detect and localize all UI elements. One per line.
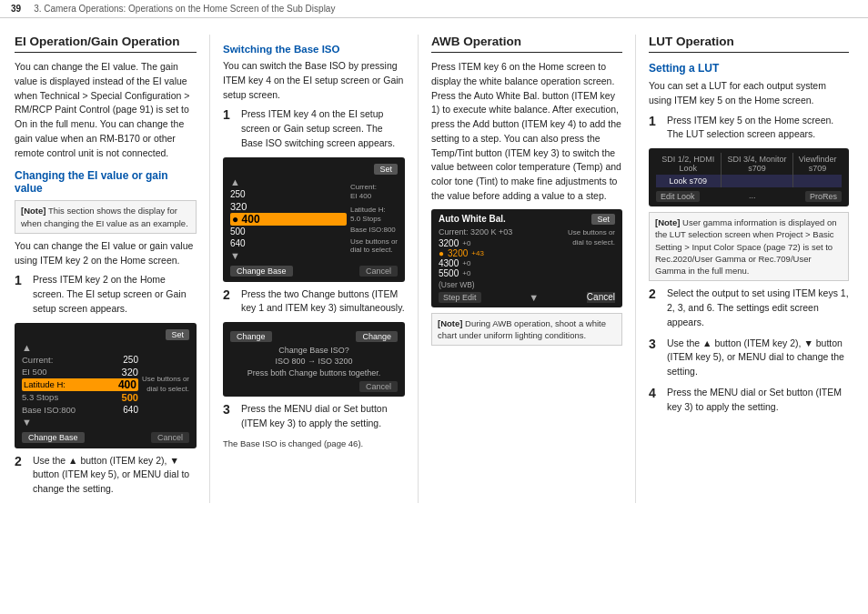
awb-v1: 3200 — [439, 238, 459, 248]
lut-step-3: 3 Use the ▲ button (ITEM key 2), ▼ butto… — [649, 337, 849, 379]
lut-note-text: User gamma information is displayed on t… — [655, 217, 837, 276]
switch-lat-label: Latitude H: — [350, 206, 386, 214]
awb-v4-sup: +0 — [462, 269, 470, 277]
col-awb: AWB Operation Press ITEM key 6 on the Ho… — [419, 35, 636, 503]
lut-step1-num: 1 — [649, 114, 661, 143]
ei-use-buttons: Use buttons ordial to select. — [142, 375, 189, 394]
ei-step2-num: 2 — [15, 454, 27, 497]
ei-note2: You can change the EI value or gain valu… — [15, 239, 197, 268]
switch-cancel-btn[interactable]: Cancel — [359, 266, 398, 277]
ei-cancel-btn[interactable]: Cancel — [151, 432, 189, 443]
awb-note-box: [Note] During AWB operation, shoot a whi… — [431, 313, 622, 347]
ei-base-label: Base ISO:800 — [22, 405, 76, 415]
awb-note-text: During AWB operation, shoot a white char… — [438, 318, 606, 340]
switch-iso-steps-2: 2 Press the two Change buttons (ITEM key… — [223, 287, 405, 317]
ei-note-box: [Note] This section shows the display fo… — [15, 200, 197, 234]
switch-step-3: 3 Press the MENU dial or Set button (ITE… — [223, 402, 405, 431]
switch-step1-num: 1 — [223, 107, 236, 150]
awb-user-wb: (User WB) — [439, 280, 475, 289]
ei-step2-text: Use the ▲ button (ITEM key 2), ▼ button … — [33, 454, 197, 497]
iso-arrow: ISO 800 → ISO 3200 — [275, 357, 352, 366]
switch-caption: The Base ISO is changed (page 46). — [223, 438, 405, 450]
change-base-iso-text: Change Base ISO? — [230, 346, 398, 355]
lut-intro: You can set a LUT for each output system… — [649, 79, 849, 108]
awb-v2-sup: +43 — [471, 249, 484, 257]
switch-step-1: 1 Press ITEM key 4 on the EI setup scree… — [223, 107, 405, 150]
ei-400: 400 — [118, 378, 136, 391]
ei-500-selected: 500 — [122, 392, 138, 403]
switch-screen-set: Set — [374, 164, 398, 175]
s-400-selected: ● 400 — [232, 213, 260, 226]
switch-change-btn2[interactable]: Change — [356, 331, 398, 342]
ei-down-arrow: ▼ — [22, 417, 32, 428]
switch-step1-text: Press ITEM key 4 on the EI setup screen … — [241, 107, 405, 150]
col-lut: LUT Operation Setting a LUT You can set … — [636, 35, 862, 503]
switch-up-arrow: ▲ — [230, 176, 240, 187]
ei-320: 320 — [122, 367, 138, 377]
col-ei-operation: EI Operation/Gain Operation You can chan… — [15, 35, 210, 503]
ei-current-label: Current: — [22, 355, 53, 365]
switch-cancel-btn2[interactable]: Cancel — [359, 381, 398, 392]
lut-step-2: 2 Select the output to set using ITEM ke… — [649, 287, 849, 329]
ei-steps: 1 Press ITEM key 2 on the Home screen. T… — [15, 273, 197, 316]
switch-change-base-btn[interactable]: Change Base — [230, 266, 293, 277]
lut-step2-text: Select the output to set using ITEM keys… — [667, 287, 849, 329]
lut-step4-text: Press the MENU dial or Set button (ITEM … — [667, 386, 849, 415]
switch-iso-steps: 1 Press ITEM key 4 on the EI setup scree… — [223, 107, 405, 150]
lut-note-label: [Note] — [655, 217, 680, 227]
switch-current-val: EI 400 — [350, 192, 371, 200]
switch-step2-text: Press the two Change buttons (ITEM key 1… — [241, 287, 405, 317]
lut-look-label: Look s709 — [656, 175, 721, 187]
ei-250: 250 — [123, 355, 138, 365]
ei-step-2: 2 Use the ▲ button (ITEM key 2), ▼ butto… — [15, 454, 197, 497]
awb-set-btn: Set — [591, 214, 615, 225]
switch-iso-screen-bottom: Change Change Change Base ISO? ISO 800 →… — [223, 322, 405, 397]
awb-current-val: 3200 K — [470, 227, 497, 237]
switch-iso-title: Switching the Base ISO — [223, 44, 405, 55]
awb-v2: 3200 — [448, 248, 468, 258]
awb-use-buttons: Use buttons ordial to select. — [568, 228, 615, 247]
col-switch-base-iso: Switching the Base ISO You can switch th… — [210, 35, 419, 503]
switch-iso-steps-3: 3 Press the MENU dial or Set button (ITE… — [223, 402, 405, 431]
ei-note-label: [Note] — [21, 206, 45, 216]
awb-screen: Auto White Bal. Set Current: 3200 K +03 … — [431, 209, 622, 307]
lut-col1-header: SDI 1/2, HDMILook — [656, 153, 721, 175]
awb-auto-label: Auto White Bal. — [439, 214, 506, 224]
lut-step4-num: 4 — [649, 386, 661, 415]
awb-dot: ● — [439, 248, 444, 258]
lut-col2-val — [721, 175, 792, 187]
switch-change-btn1[interactable]: Change — [230, 331, 272, 342]
s-250: 250 — [230, 189, 246, 199]
awb-v4: 5500 — [439, 268, 459, 278]
press-text: Press both Change buttons together. — [230, 368, 398, 377]
ei-screen-set-btn: Set — [166, 329, 189, 340]
lut-screen: SDI 1/2, HDMILook SDI 3/4, Monitors709 V… — [649, 148, 849, 206]
switch-lat-val: 5.0 Stops — [350, 215, 381, 223]
awb-step-edit-btn[interactable]: Step Edit — [439, 292, 481, 303]
switch-current-label: Current: — [350, 183, 377, 191]
ei-screen-ui: Set ▲ Current: 250 EI 500 320 — [15, 323, 197, 448]
lut-col3-header: Viewfinders709 — [793, 153, 842, 175]
awb-note-label: [Note] — [438, 318, 462, 328]
switch-step-2: 2 Press the two Change buttons (ITEM key… — [223, 287, 405, 317]
top-bar: 39 3. Camera Operations: Operations on t… — [0, 0, 868, 18]
ei-note-text: This section shows the display for when … — [21, 206, 188, 227]
ei-change-base-btn[interactable]: Change Base — [22, 432, 85, 443]
lut-steps: 1 Press ITEM key 5 on the Home screen. T… — [649, 114, 849, 143]
switch-step2-num: 2 — [223, 287, 236, 317]
lut-table-row: Look s709 — [656, 175, 842, 187]
ei-steps-2: 2 Use the ▲ button (ITEM key 2), ▼ butto… — [15, 454, 197, 497]
switch-use-buttons: Use buttons ordial to select. — [350, 237, 398, 254]
awb-down-arrow: ▼ — [529, 292, 539, 303]
ei-current-val: EI 500 — [22, 367, 46, 377]
lut-step3-text: Use the ▲ button (ITEM key 2), ▼ button … — [667, 337, 849, 379]
switch-step3-num: 3 — [223, 402, 236, 431]
ei-up-arrow: ▲ — [22, 342, 32, 353]
awb-v3-sup: +0 — [462, 259, 470, 267]
lut-edit-look-btn[interactable]: Edit Look — [656, 191, 700, 202]
lut-note-box: [Note] User gamma information is display… — [649, 212, 849, 281]
awb-cancel-btn[interactable]: Cancel — [587, 292, 615, 303]
s-640: 640 — [230, 238, 246, 248]
lut-pro-res-btn[interactable]: ProRes — [805, 191, 842, 202]
switch-step3-text: Press the MENU dial or Set button (ITEM … — [241, 402, 405, 431]
